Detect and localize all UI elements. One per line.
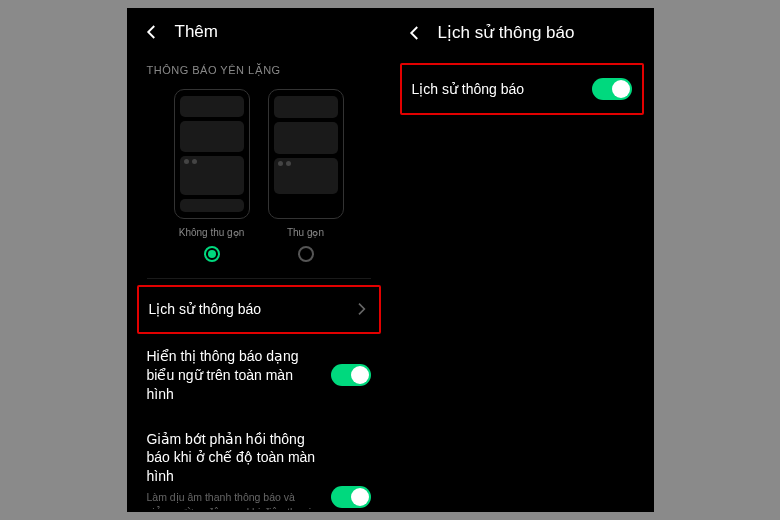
toggle-notification-history[interactable] <box>592 78 632 100</box>
preview-label-collapsed: Thu gọn <box>287 227 324 238</box>
setting-banner-fullscreen: Hiển thị thông báo dạng biểu ngữ trên to… <box>129 334 389 417</box>
preview-mock-expanded <box>174 89 250 219</box>
nav-history-label: Lịch sử thông báo <box>149 300 262 319</box>
setting-reduce-title: Giảm bớt phản hồi thông báo khi ở chế độ… <box>147 430 319 487</box>
toggle-banner[interactable] <box>331 364 371 386</box>
nav-notification-history[interactable]: Lịch sử thông báo <box>139 287 379 332</box>
radio-collapsed[interactable] <box>298 246 314 262</box>
toggle-reduce-feedback[interactable] <box>331 486 371 508</box>
preview-option-expanded[interactable]: Không thu gọn <box>174 89 250 262</box>
right-screen: Lịch sử thông báo Lịch sử thông báo <box>392 10 652 510</box>
preview-label-expanded: Không thu gọn <box>179 227 245 238</box>
section-label: THÔNG BÁO YÊN LẶNG <box>129 54 389 89</box>
left-screen: Thêm THÔNG BÁO YÊN LẶNG Không thu gọn <box>129 10 389 510</box>
divider <box>147 278 371 279</box>
radio-expanded[interactable] <box>204 246 220 262</box>
highlight-history-toggle: Lịch sử thông báo <box>400 63 644 115</box>
highlight-notification-history: Lịch sử thông báo <box>137 285 381 334</box>
history-toggle-label: Lịch sử thông báo <box>412 80 525 99</box>
header: Lịch sử thông báo <box>392 10 652 55</box>
chevron-right-icon <box>353 301 369 317</box>
page-title: Thêm <box>175 22 218 42</box>
page-title: Lịch sử thông báo <box>438 22 575 43</box>
back-arrow-icon[interactable] <box>406 24 424 42</box>
setting-banner-title: Hiển thị thông báo dạng biểu ngữ trên to… <box>147 347 319 404</box>
notification-preview-options: Không thu gọn Thu gọn <box>129 89 389 262</box>
setting-reduce-feedback: Giảm bớt phản hồi thông báo khi ở chế độ… <box>129 417 389 510</box>
setting-notification-history: Lịch sử thông báo <box>402 65 642 113</box>
preview-mock-collapsed <box>268 89 344 219</box>
setting-reduce-desc: Làm dịu âm thanh thông báo và giảm cường… <box>147 490 319 510</box>
preview-option-collapsed[interactable]: Thu gọn <box>268 89 344 262</box>
header: Thêm <box>129 10 389 54</box>
back-arrow-icon[interactable] <box>143 23 161 41</box>
